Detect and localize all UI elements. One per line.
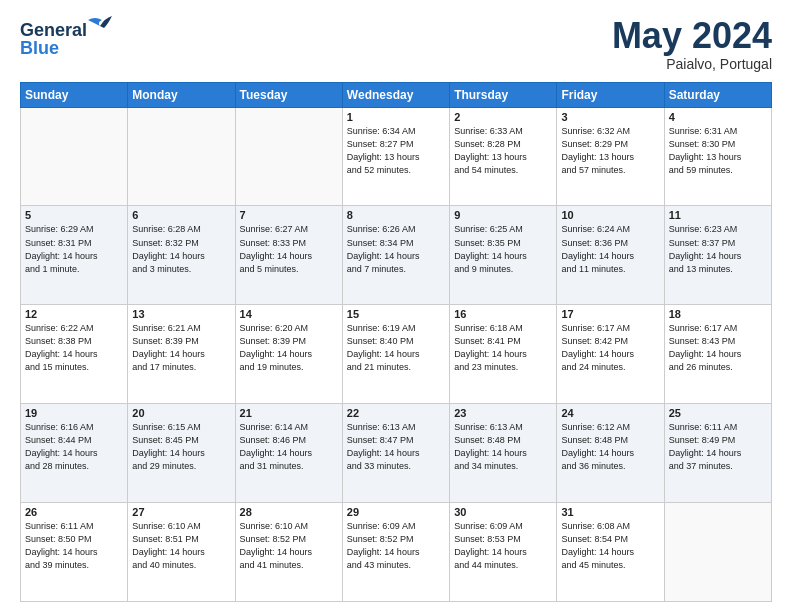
day-info: Sunrise: 6:28 AM Sunset: 8:32 PM Dayligh… <box>132 223 230 275</box>
col-friday: Friday <box>557 82 664 107</box>
page: General Blue May 2024 Paialvo, Portugal … <box>0 0 792 612</box>
day-number: 10 <box>561 209 659 221</box>
title-area: May 2024 Paialvo, Portugal <box>612 16 772 72</box>
day-cell: 27Sunrise: 6:10 AM Sunset: 8:51 PM Dayli… <box>128 503 235 602</box>
col-wednesday: Wednesday <box>342 82 449 107</box>
week-row-0: 1Sunrise: 6:34 AM Sunset: 8:27 PM Daylig… <box>21 107 772 206</box>
day-cell: 13Sunrise: 6:21 AM Sunset: 8:39 PM Dayli… <box>128 305 235 404</box>
calendar: Sunday Monday Tuesday Wednesday Thursday… <box>20 82 772 602</box>
day-info: Sunrise: 6:14 AM Sunset: 8:46 PM Dayligh… <box>240 421 338 473</box>
day-cell <box>21 107 128 206</box>
day-number: 9 <box>454 209 552 221</box>
week-row-4: 26Sunrise: 6:11 AM Sunset: 8:50 PM Dayli… <box>21 503 772 602</box>
day-cell: 7Sunrise: 6:27 AM Sunset: 8:33 PM Daylig… <box>235 206 342 305</box>
day-cell: 2Sunrise: 6:33 AM Sunset: 8:28 PM Daylig… <box>450 107 557 206</box>
day-cell: 8Sunrise: 6:26 AM Sunset: 8:34 PM Daylig… <box>342 206 449 305</box>
day-number: 16 <box>454 308 552 320</box>
day-cell: 6Sunrise: 6:28 AM Sunset: 8:32 PM Daylig… <box>128 206 235 305</box>
day-number: 19 <box>25 407 123 419</box>
day-number: 1 <box>347 111 445 123</box>
day-info: Sunrise: 6:15 AM Sunset: 8:45 PM Dayligh… <box>132 421 230 473</box>
day-cell: 15Sunrise: 6:19 AM Sunset: 8:40 PM Dayli… <box>342 305 449 404</box>
day-info: Sunrise: 6:10 AM Sunset: 8:51 PM Dayligh… <box>132 520 230 572</box>
day-cell: 1Sunrise: 6:34 AM Sunset: 8:27 PM Daylig… <box>342 107 449 206</box>
day-info: Sunrise: 6:34 AM Sunset: 8:27 PM Dayligh… <box>347 125 445 177</box>
day-number: 11 <box>669 209 767 221</box>
day-number: 26 <box>25 506 123 518</box>
day-number: 22 <box>347 407 445 419</box>
day-info: Sunrise: 6:32 AM Sunset: 8:29 PM Dayligh… <box>561 125 659 177</box>
day-info: Sunrise: 6:18 AM Sunset: 8:41 PM Dayligh… <box>454 322 552 374</box>
weekday-header-row: Sunday Monday Tuesday Wednesday Thursday… <box>21 82 772 107</box>
day-cell: 30Sunrise: 6:09 AM Sunset: 8:53 PM Dayli… <box>450 503 557 602</box>
day-number: 13 <box>132 308 230 320</box>
day-number: 25 <box>669 407 767 419</box>
day-info: Sunrise: 6:17 AM Sunset: 8:43 PM Dayligh… <box>669 322 767 374</box>
day-info: Sunrise: 6:11 AM Sunset: 8:49 PM Dayligh… <box>669 421 767 473</box>
col-monday: Monday <box>128 82 235 107</box>
day-info: Sunrise: 6:29 AM Sunset: 8:31 PM Dayligh… <box>25 223 123 275</box>
col-tuesday: Tuesday <box>235 82 342 107</box>
day-cell: 29Sunrise: 6:09 AM Sunset: 8:52 PM Dayli… <box>342 503 449 602</box>
col-saturday: Saturday <box>664 82 771 107</box>
day-cell: 24Sunrise: 6:12 AM Sunset: 8:48 PM Dayli… <box>557 404 664 503</box>
day-number: 28 <box>240 506 338 518</box>
week-row-2: 12Sunrise: 6:22 AM Sunset: 8:38 PM Dayli… <box>21 305 772 404</box>
col-sunday: Sunday <box>21 82 128 107</box>
day-info: Sunrise: 6:31 AM Sunset: 8:30 PM Dayligh… <box>669 125 767 177</box>
day-number: 8 <box>347 209 445 221</box>
day-cell: 3Sunrise: 6:32 AM Sunset: 8:29 PM Daylig… <box>557 107 664 206</box>
day-info: Sunrise: 6:17 AM Sunset: 8:42 PM Dayligh… <box>561 322 659 374</box>
logo: General Blue <box>20 16 130 61</box>
day-number: 18 <box>669 308 767 320</box>
day-info: Sunrise: 6:19 AM Sunset: 8:40 PM Dayligh… <box>347 322 445 374</box>
day-cell: 22Sunrise: 6:13 AM Sunset: 8:47 PM Dayli… <box>342 404 449 503</box>
day-number: 24 <box>561 407 659 419</box>
day-info: Sunrise: 6:20 AM Sunset: 8:39 PM Dayligh… <box>240 322 338 374</box>
svg-text:General: General <box>20 20 87 40</box>
location: Paialvo, Portugal <box>612 56 772 72</box>
day-cell: 18Sunrise: 6:17 AM Sunset: 8:43 PM Dayli… <box>664 305 771 404</box>
day-cell: 16Sunrise: 6:18 AM Sunset: 8:41 PM Dayli… <box>450 305 557 404</box>
day-info: Sunrise: 6:12 AM Sunset: 8:48 PM Dayligh… <box>561 421 659 473</box>
month-title: May 2024 <box>612 16 772 56</box>
day-cell: 11Sunrise: 6:23 AM Sunset: 8:37 PM Dayli… <box>664 206 771 305</box>
day-number: 12 <box>25 308 123 320</box>
day-number: 15 <box>347 308 445 320</box>
day-info: Sunrise: 6:08 AM Sunset: 8:54 PM Dayligh… <box>561 520 659 572</box>
day-number: 21 <box>240 407 338 419</box>
day-number: 31 <box>561 506 659 518</box>
svg-text:Blue: Blue <box>20 38 59 58</box>
day-info: Sunrise: 6:23 AM Sunset: 8:37 PM Dayligh… <box>669 223 767 275</box>
day-info: Sunrise: 6:09 AM Sunset: 8:53 PM Dayligh… <box>454 520 552 572</box>
day-cell: 31Sunrise: 6:08 AM Sunset: 8:54 PM Dayli… <box>557 503 664 602</box>
day-number: 20 <box>132 407 230 419</box>
day-cell: 26Sunrise: 6:11 AM Sunset: 8:50 PM Dayli… <box>21 503 128 602</box>
day-info: Sunrise: 6:13 AM Sunset: 8:48 PM Dayligh… <box>454 421 552 473</box>
day-cell: 28Sunrise: 6:10 AM Sunset: 8:52 PM Dayli… <box>235 503 342 602</box>
day-info: Sunrise: 6:22 AM Sunset: 8:38 PM Dayligh… <box>25 322 123 374</box>
day-cell: 21Sunrise: 6:14 AM Sunset: 8:46 PM Dayli… <box>235 404 342 503</box>
day-cell: 20Sunrise: 6:15 AM Sunset: 8:45 PM Dayli… <box>128 404 235 503</box>
day-cell: 19Sunrise: 6:16 AM Sunset: 8:44 PM Dayli… <box>21 404 128 503</box>
day-cell: 4Sunrise: 6:31 AM Sunset: 8:30 PM Daylig… <box>664 107 771 206</box>
day-info: Sunrise: 6:27 AM Sunset: 8:33 PM Dayligh… <box>240 223 338 275</box>
day-info: Sunrise: 6:11 AM Sunset: 8:50 PM Dayligh… <box>25 520 123 572</box>
day-cell: 14Sunrise: 6:20 AM Sunset: 8:39 PM Dayli… <box>235 305 342 404</box>
day-number: 27 <box>132 506 230 518</box>
day-number: 17 <box>561 308 659 320</box>
day-info: Sunrise: 6:13 AM Sunset: 8:47 PM Dayligh… <box>347 421 445 473</box>
week-row-3: 19Sunrise: 6:16 AM Sunset: 8:44 PM Dayli… <box>21 404 772 503</box>
day-number: 23 <box>454 407 552 419</box>
day-cell <box>235 107 342 206</box>
col-thursday: Thursday <box>450 82 557 107</box>
day-number: 5 <box>25 209 123 221</box>
day-cell <box>128 107 235 206</box>
day-cell: 5Sunrise: 6:29 AM Sunset: 8:31 PM Daylig… <box>21 206 128 305</box>
day-number: 30 <box>454 506 552 518</box>
day-number: 14 <box>240 308 338 320</box>
day-number: 7 <box>240 209 338 221</box>
day-info: Sunrise: 6:16 AM Sunset: 8:44 PM Dayligh… <box>25 421 123 473</box>
day-cell: 17Sunrise: 6:17 AM Sunset: 8:42 PM Dayli… <box>557 305 664 404</box>
day-number: 2 <box>454 111 552 123</box>
